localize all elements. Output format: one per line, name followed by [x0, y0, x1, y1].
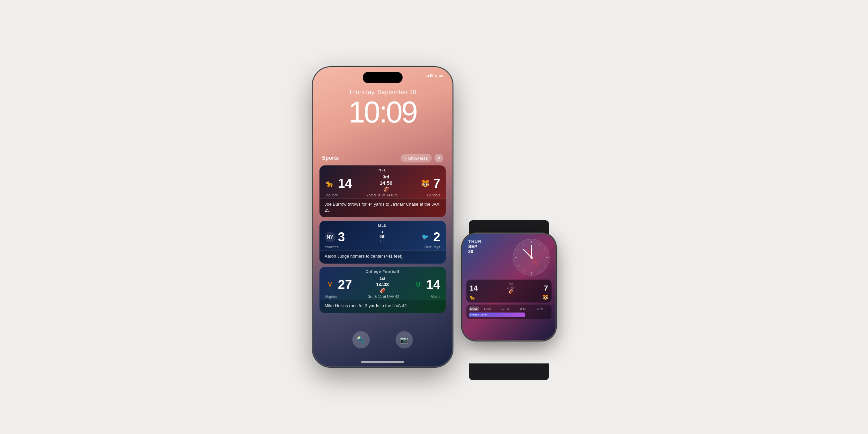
cfb-team2-logo: U	[413, 279, 424, 290]
clock-face	[513, 239, 550, 276]
inning-arrow: ▲	[381, 230, 384, 234]
mlb-team1-logo: NY	[325, 232, 335, 242]
cfb-team2-score: 14	[426, 278, 440, 291]
cal-time-2pm: 2PM	[531, 307, 549, 311]
nfl-team1-score: 14	[338, 177, 352, 190]
nfl-time: 14:50	[380, 180, 392, 186]
show-less-label: Show less	[408, 156, 428, 161]
watch-band-bottom	[469, 364, 549, 380]
mlb-team2-logo: 🐦	[420, 232, 431, 242]
show-less-button[interactable]: ▾ Show less	[401, 154, 432, 163]
watch-top-section: THUR SEP 30	[462, 234, 556, 278]
calendar-event-label: Fitness Center	[469, 313, 525, 317]
nfl-game-clock: 3rd 14:50 🏈	[380, 175, 392, 192]
battery-icon: ▬	[439, 73, 443, 77]
svg-line-14	[532, 258, 538, 266]
cfb-down-distance: 3rd & 11 at UVA 42	[368, 294, 399, 298]
nfl-score-row: 🐆 14 3rd 14:50 🏈 7 🐯	[319, 173, 446, 193]
cal-time-12pm: 12PM	[496, 307, 514, 311]
watch-nfl-score1: 14	[470, 284, 478, 293]
watch-day: THUR	[468, 239, 482, 244]
calendar-widget[interactable]: NOW 11AM 12PM 1PM 2PM Fitness Center	[466, 305, 552, 319]
cfb-team1-logo: V	[325, 279, 335, 290]
watch-nfl-clock: 14:50	[507, 286, 515, 289]
cfb-team1-name: Virginia	[325, 294, 337, 298]
mlb-inning-info: ▲ 6th 1-1	[380, 230, 385, 243]
watch-nfl-score2: 7	[544, 284, 548, 293]
svg-line-6	[544, 265, 546, 267]
watch-jaguars-icon: 🐆	[470, 294, 475, 300]
mlb-score-row: NY 3 ▲ 6th 1-1 2 🐦	[319, 229, 446, 245]
camera-button[interactable]: 📷	[396, 331, 413, 348]
mlb-play-description: Aaron Judge homers to center (441 feet).	[319, 250, 446, 263]
cal-now-label: NOW	[469, 307, 479, 311]
dynamic-island	[363, 72, 403, 83]
svg-line-12	[523, 249, 532, 258]
cfb-game-clock: 1st 14:43 🏈	[376, 276, 389, 293]
cal-time-11am: 11AM	[479, 307, 497, 311]
cfb-score-card[interactable]: College Football V 27 1st 14:43 🏈 14 U	[319, 267, 446, 313]
mlb-score-card[interactable]: MLB NY 3 ▲ 6th 1-1 2 🐦	[319, 221, 446, 263]
nfl-team1: 🐆 14	[325, 177, 352, 190]
mlb-team2-score: 2	[433, 231, 440, 243]
cfb-football-icon: 🏈	[380, 288, 385, 293]
signal-bar-2	[428, 75, 429, 77]
svg-line-11	[523, 243, 524, 245]
watch-container: THUR SEP 30	[462, 234, 556, 367]
nfl-play-description: Joe Burrow throws for 44 yards to Ja'Mar…	[319, 198, 446, 217]
lock-screen-content: Thursday, September 30 10:09	[313, 89, 453, 127]
main-scene: ▲ ▬ Thursday, September 30 10:09 Sports …	[313, 67, 556, 367]
svg-line-4	[539, 243, 540, 245]
signal-icon	[427, 74, 433, 77]
watch-analog-clock	[513, 239, 550, 276]
cfb-team1-score: 27	[338, 278, 352, 291]
nfl-team2: 7 🐯	[420, 177, 440, 190]
nfl-team2-logo: 🐯	[420, 178, 431, 189]
close-button[interactable]: ✕	[434, 154, 443, 163]
cal-time-1pm: 1PM	[514, 307, 532, 311]
nfl-score-card[interactable]: NFL 🐆 14 3rd 14:50 🏈 7 🐯	[319, 166, 446, 217]
camera-icon: 📷	[400, 336, 408, 344]
nfl-down-distance: 2nd & 10 at JAX 25	[367, 193, 398, 197]
nfl-team2-name: Bengals	[427, 193, 440, 197]
clock-ticks-svg	[513, 239, 550, 276]
wifi-icon: ▲	[434, 73, 438, 77]
mlb-team1: NY 3	[325, 231, 345, 243]
signal-bar-3	[430, 74, 431, 77]
cfb-team-names: Virginia 3rd & 11 at UVA 42 Miami	[319, 294, 446, 300]
flashlight-icon: 🔦	[357, 336, 365, 344]
mlb-team2-name: Blue Jays	[425, 245, 440, 249]
cfb-team2: 14 U	[413, 278, 440, 291]
lock-date: Thursday, September 30	[313, 89, 453, 96]
nfl-team1-logo: 🐆	[325, 178, 335, 189]
svg-line-10	[517, 249, 520, 250]
watch-nfl-score-row: 14 3rd 14:50 🏈 7	[470, 282, 548, 294]
watch-bengals-icon: 🐯	[542, 294, 548, 300]
calendar-event-bar: Fitness Center	[469, 313, 525, 317]
watch-nfl-quarter: 3rd	[508, 282, 513, 286]
lock-time: 10:09	[313, 97, 453, 127]
football-icon: 🏈	[383, 186, 389, 192]
cfb-team2-name: Miami	[431, 294, 440, 298]
svg-point-16	[530, 257, 533, 259]
watch-calendar-strip: NOW 11AM 12PM 1PM 2PM Fitness Center	[462, 305, 556, 319]
home-indicator	[361, 361, 404, 363]
cfb-score-row: V 27 1st 14:43 🏈 14 U	[319, 275, 446, 294]
iphone-device: ▲ ▬ Thursday, September 30 10:09 Sports …	[313, 67, 453, 367]
watch-month: SEP	[468, 244, 482, 249]
watch-screen: THUR SEP 30	[462, 234, 556, 340]
sports-widget-header: Sports ▾ Show less ✕	[322, 154, 443, 163]
calendar-times-row: NOW 11AM 12PM 1PM 2PM	[469, 307, 549, 311]
mlb-team-names: Yankees Blue Jays	[319, 245, 446, 250]
lock-screen-buttons: 🔦 📷	[313, 331, 453, 348]
flashlight-button[interactable]: 🔦	[352, 331, 370, 348]
mlb-count: 1-1	[380, 240, 385, 243]
nfl-team1-name: Jaguars	[325, 193, 338, 197]
cfb-team1: V 27	[325, 278, 352, 291]
apple-watch-device: THUR SEP 30	[462, 234, 556, 340]
watch-nfl-widget[interactable]: 14 3rd 14:50 🏈 7 🐆 🐯	[466, 280, 552, 302]
mlb-team2: 2 🐦	[420, 231, 440, 243]
svg-line-9	[517, 265, 520, 267]
mlb-league-label: MLB	[319, 221, 446, 229]
signal-bar-4	[432, 74, 433, 77]
